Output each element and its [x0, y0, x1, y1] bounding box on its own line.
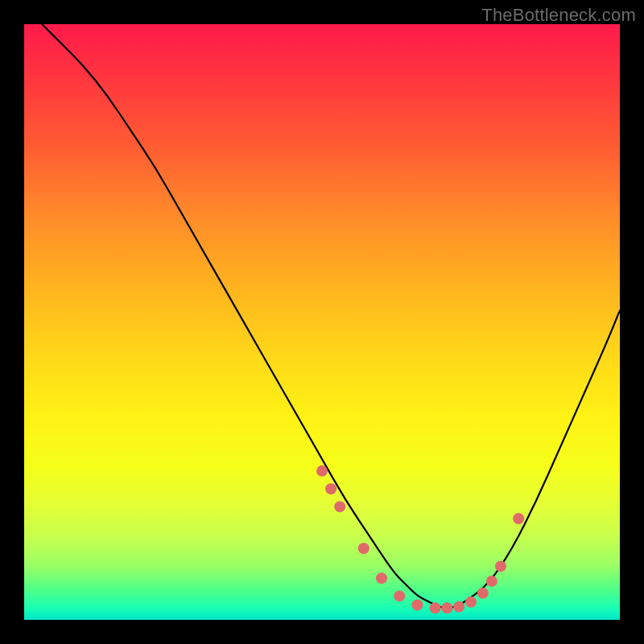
curve-marker — [316, 465, 328, 477]
curve-marker — [376, 572, 387, 584]
curve-marker — [334, 501, 345, 512]
curve-marker — [486, 576, 497, 587]
chart-frame: TheBottleneck.com — [0, 0, 644, 644]
curve-marker — [495, 560, 506, 572]
curve-marker — [453, 601, 464, 613]
curve-marker — [430, 602, 441, 613]
marker-group — [316, 465, 524, 613]
curve-marker — [477, 588, 489, 599]
watermark-text: TheBottleneck.com — [481, 5, 636, 26]
bottleneck-curve — [42, 24, 620, 608]
curve-svg — [24, 24, 620, 620]
curve-marker — [441, 602, 452, 613]
curve-marker — [325, 483, 336, 494]
curve-marker — [394, 590, 405, 601]
plot-area — [24, 24, 620, 620]
curve-marker — [465, 597, 477, 608]
curve-marker — [411, 600, 423, 611]
curve-marker — [358, 543, 369, 554]
curve-marker — [513, 513, 524, 524]
